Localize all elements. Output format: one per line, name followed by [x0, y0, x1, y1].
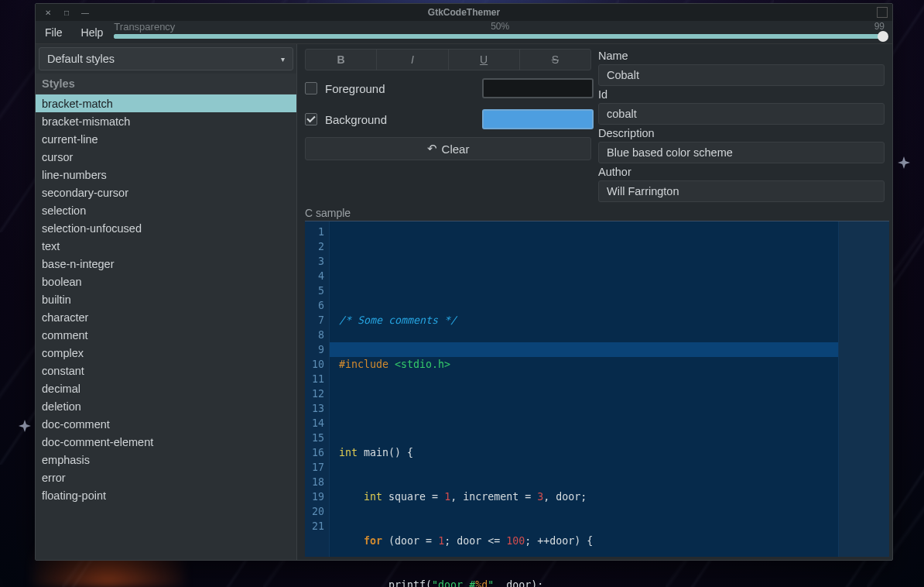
- menu-help[interactable]: Help: [74, 22, 111, 43]
- transparency-slider[interactable]: Transparency 50% 99: [114, 21, 886, 43]
- style-row-current-line[interactable]: current-line: [36, 130, 296, 148]
- style-group-combo[interactable]: Default styles ▾: [39, 47, 293, 70]
- foreground-label: Foreground: [325, 82, 385, 95]
- background-checkbox[interactable]: [305, 113, 317, 125]
- style-row-complex[interactable]: complex: [36, 344, 296, 362]
- foreground-checkbox[interactable]: [305, 82, 317, 94]
- name-field[interactable]: Cobalt: [598, 64, 885, 86]
- app-window: ✕ □ — GtkCodeThemer File Help Transparen…: [35, 3, 893, 561]
- style-row-emphasis[interactable]: emphasis: [36, 451, 296, 469]
- line-number: 12: [305, 386, 324, 401]
- style-row-line-numbers[interactable]: line-numbers: [36, 166, 296, 184]
- style-row-comment[interactable]: comment: [36, 326, 296, 344]
- line-number: 16: [305, 445, 324, 460]
- style-row-selection-unfocused[interactable]: selection-unfocused: [36, 219, 296, 237]
- undo-icon: ↶: [427, 142, 437, 156]
- background-label: Background: [325, 113, 387, 126]
- id-field[interactable]: cobalt: [598, 103, 885, 125]
- line-number: 13: [305, 401, 324, 416]
- format-toggle-group: B I U S: [305, 49, 591, 70]
- scheme-metadata: Name Cobalt Id cobalt Description Blue b…: [598, 49, 885, 202]
- window-title: GtkCodeThemer: [36, 7, 892, 18]
- styles-list: bracket-matchbracket-mismatchcurrent-lin…: [36, 94, 296, 560]
- line-number: 18: [305, 475, 324, 489]
- line-number: 17: [305, 460, 324, 475]
- style-row-constant[interactable]: constant: [36, 362, 296, 379]
- style-row-doc-comment-element[interactable]: doc-comment-element: [36, 433, 296, 451]
- style-row-cursor[interactable]: cursor: [36, 148, 296, 166]
- line-number: 11: [305, 372, 324, 386]
- line-number: 10: [305, 357, 324, 372]
- line-number: 14: [305, 416, 324, 431]
- underline-button[interactable]: U: [449, 50, 520, 70]
- bold-button[interactable]: B: [306, 50, 377, 70]
- style-row-error[interactable]: error: [36, 469, 296, 486]
- code-sample[interactable]: 123456789101112131415161718192021 /* Som…: [305, 221, 889, 557]
- style-row-decimal[interactable]: decimal: [36, 379, 296, 397]
- line-number: 8: [305, 328, 324, 342]
- sample-label: C sample: [297, 202, 892, 221]
- style-row-base-n-integer[interactable]: base-n-integer: [36, 255, 296, 273]
- line-number: 21: [305, 519, 324, 534]
- line-number: 15: [305, 431, 324, 445]
- line-number: 3: [305, 254, 324, 269]
- styles-header: Styles: [36, 74, 296, 94]
- clear-button[interactable]: ↶ Clear: [305, 137, 591, 160]
- line-number: 19: [305, 489, 324, 504]
- style-row-selection[interactable]: selection: [36, 201, 296, 219]
- editor-scrollbar-track[interactable]: [838, 221, 889, 557]
- transparency-label: Transparency: [114, 21, 175, 33]
- close-icon[interactable]: ✕: [43, 8, 53, 17]
- minimize-icon[interactable]: —: [80, 8, 90, 17]
- style-row-boolean[interactable]: boolean: [36, 273, 296, 290]
- chevron-down-icon: ▾: [281, 55, 285, 64]
- background-swatch[interactable]: [482, 109, 594, 129]
- line-number-gutter: 123456789101112131415161718192021: [305, 221, 330, 557]
- strike-button[interactable]: S: [520, 50, 590, 70]
- style-row-bracket-mismatch[interactable]: bracket-mismatch: [36, 112, 296, 130]
- slider-thumb[interactable]: [878, 31, 888, 42]
- menu-file[interactable]: File: [37, 22, 70, 43]
- sidebar: Default styles ▾ Styles bracket-matchbra…: [36, 44, 297, 560]
- line-number: 7: [305, 313, 324, 328]
- style-row-secondary-cursor[interactable]: secondary-cursor: [36, 184, 296, 201]
- line-number: 4: [305, 269, 324, 283]
- line-number: 9: [305, 342, 324, 357]
- style-row-builtin[interactable]: builtin: [36, 290, 296, 308]
- line-number: 6: [305, 298, 324, 313]
- description-field[interactable]: Blue based color scheme: [598, 142, 885, 163]
- style-row-doc-comment[interactable]: doc-comment: [36, 415, 296, 433]
- style-row-bracket-match[interactable]: bracket-match: [36, 94, 296, 112]
- line-number: 1: [305, 225, 324, 239]
- code-area[interactable]: /* Some comments */ #include <stdio.h> i…: [330, 221, 838, 557]
- line-number: 20: [305, 504, 324, 519]
- line-number: 2: [305, 239, 324, 254]
- style-row-character[interactable]: character: [36, 308, 296, 326]
- italic-button[interactable]: I: [377, 50, 448, 70]
- line-number: 5: [305, 283, 324, 298]
- author-field[interactable]: Will Farrington: [598, 180, 885, 202]
- foreground-swatch[interactable]: [482, 78, 594, 98]
- window-menu-icon[interactable]: [877, 7, 888, 18]
- maximize-icon[interactable]: □: [62, 8, 71, 17]
- titlebar: ✕ □ — GtkCodeThemer: [36, 4, 892, 21]
- style-row-floating-point[interactable]: floating-point: [36, 486, 296, 504]
- style-row-deletion[interactable]: deletion: [36, 397, 296, 415]
- style-row-text[interactable]: text: [36, 237, 296, 255]
